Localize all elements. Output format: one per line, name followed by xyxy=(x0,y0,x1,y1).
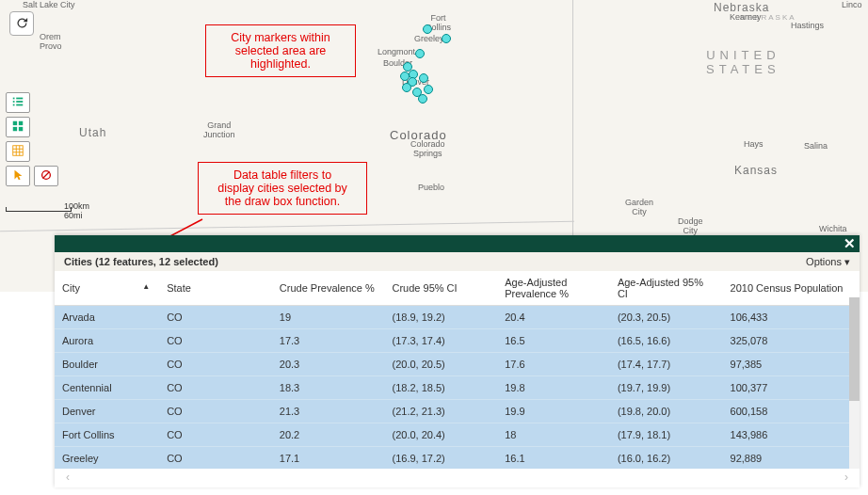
cell-adjci: (16.0, 16.2) xyxy=(610,447,723,470)
app-root: Utah Colorado Nebraska Kansas UNITED STA… xyxy=(0,0,868,495)
callout-markers: City markers within selected area are hi… xyxy=(205,24,356,77)
cell-state: CO xyxy=(159,423,272,447)
table-row[interactable]: GreeleyCO17.1(16.9, 17.2)16.1(16.0, 16.2… xyxy=(55,447,860,470)
vertical-scrollbar[interactable] xyxy=(849,297,860,469)
cell-adjci: (17.4, 17.7) xyxy=(610,353,723,376)
marker-fortcollins[interactable] xyxy=(423,24,432,34)
cell-crude: 20.2 xyxy=(272,423,385,447)
table-row[interactable]: BoulderCO20.3(20.0, 20.5)17.6(17.4, 17.7… xyxy=(55,353,860,376)
cell-adj: 19.9 xyxy=(497,400,610,423)
label-country: UNITED STATES xyxy=(706,48,780,76)
cell-city: Fort Collins xyxy=(55,423,159,447)
label-greeley: Greeley xyxy=(414,34,444,43)
table-row[interactable]: AuroraCO17.3(17.3, 17.4)16.5(16.5, 16.6)… xyxy=(55,329,860,353)
svg-rect-8 xyxy=(13,127,17,131)
col-header-crudeci[interactable]: Crude 95% CI xyxy=(385,271,498,306)
cell-crude: 17.3 xyxy=(272,329,385,353)
sort-asc-icon: ▲ xyxy=(142,282,150,291)
panel-header-bar: ✕ xyxy=(55,235,860,252)
clear-selection-button[interactable] xyxy=(34,166,58,186)
cell-adj: 19.8 xyxy=(497,376,610,400)
scroll-left-icon[interactable]: ‹ xyxy=(66,471,70,484)
cell-city: Arvada xyxy=(55,306,159,329)
svg-rect-5 xyxy=(16,104,23,106)
cell-pop: 97,385 xyxy=(723,353,860,376)
scale-bar: 100km 60mi xyxy=(6,205,72,232)
refresh-button[interactable] xyxy=(9,11,34,36)
legend-button[interactable] xyxy=(6,92,30,113)
scroll-right-icon[interactable]: › xyxy=(844,471,848,484)
svg-rect-7 xyxy=(19,121,23,125)
cell-city: Greeley xyxy=(55,447,159,470)
col-header-pop[interactable]: 2010 Census Population xyxy=(723,271,860,306)
cell-state: CO xyxy=(159,329,272,353)
cell-crudeci: (21.2, 21.3) xyxy=(385,400,498,423)
cell-adjci: (19.7, 19.9) xyxy=(610,376,723,400)
pointer-icon xyxy=(11,168,24,184)
marker-aurora[interactable] xyxy=(419,73,428,83)
clear-icon xyxy=(40,168,53,184)
header-city-label: City xyxy=(62,282,80,294)
options-label: Options xyxy=(806,256,842,267)
table-icon xyxy=(11,144,24,159)
col-header-adjci[interactable]: Age-Adjusted 95% CI xyxy=(610,271,723,306)
header-crudeci-label: Crude 95% CI xyxy=(393,282,458,294)
options-menu[interactable]: Options ▾ xyxy=(806,256,850,268)
marker-other1[interactable] xyxy=(424,85,433,94)
cell-crudeci: (18.2, 18.5) xyxy=(385,376,498,400)
col-header-state[interactable]: State xyxy=(159,271,272,306)
cell-pop: 600,158 xyxy=(723,400,860,423)
marker-longmont[interactable] xyxy=(415,49,425,58)
col-header-city[interactable]: City▲ xyxy=(55,271,159,306)
label-kansas: Kansas xyxy=(734,164,778,177)
svg-rect-4 xyxy=(13,104,15,106)
header-pop-label: 2010 Census Population xyxy=(731,282,844,294)
label-gardencity: GardenCity xyxy=(625,198,653,216)
horizontal-scrollbar[interactable]: ‹ › xyxy=(55,469,860,486)
select-button[interactable] xyxy=(6,166,30,186)
table-row[interactable]: CentennialCO18.3(18.2, 18.5)19.8(19.7, 1… xyxy=(55,376,860,400)
cell-state: CO xyxy=(159,306,272,329)
cell-pop: 106,433 xyxy=(723,306,860,329)
label-dodgecity: DodgeCity xyxy=(678,216,703,235)
label-cosprings: ColoradoSprings xyxy=(410,139,445,158)
col-header-adj[interactable]: Age-Adjusted Prevalence % xyxy=(497,271,610,306)
cell-city: Denver xyxy=(55,400,159,423)
header-adj-label: Age-Adjusted Prevalence % xyxy=(505,277,569,299)
close-button[interactable]: ✕ xyxy=(844,235,856,252)
marker-other2[interactable] xyxy=(418,94,427,104)
map-toolbar xyxy=(6,92,58,186)
table-button[interactable] xyxy=(6,141,30,162)
cell-city: Aurora xyxy=(55,329,159,353)
scrollbar-thumb[interactable] xyxy=(849,297,860,401)
cell-adj: 20.4 xyxy=(497,306,610,329)
label-orem: Orem xyxy=(40,32,61,41)
cell-city: Centennial xyxy=(55,376,159,400)
svg-rect-0 xyxy=(13,98,15,100)
label-lincoln: Linco xyxy=(842,0,862,9)
table-row[interactable]: DenverCO21.3(21.2, 21.3)19.9(19.8, 20.0)… xyxy=(55,400,860,423)
cell-adj: 17.6 xyxy=(497,353,610,376)
cell-crude: 21.3 xyxy=(272,400,385,423)
marker-lakewood[interactable] xyxy=(402,83,411,92)
marker-greeley[interactable] xyxy=(442,34,451,43)
grid-button[interactable] xyxy=(6,117,30,137)
svg-rect-1 xyxy=(16,98,23,100)
table-row[interactable]: ArvadaCO19(18.9, 19.2)20.4(20.3, 20.5)10… xyxy=(55,306,860,329)
refresh-icon xyxy=(15,16,29,32)
cell-adj: 18 xyxy=(497,423,610,447)
label-kearney: Kearney xyxy=(730,12,762,22)
cell-adjci: (19.8, 20.0) xyxy=(610,400,723,423)
cell-adjci: (20.3, 20.5) xyxy=(610,306,723,329)
chevron-down-icon: ▾ xyxy=(844,256,850,268)
col-header-crude[interactable]: Crude Prevalence % xyxy=(272,271,385,306)
cell-crude: 20.3 xyxy=(272,353,385,376)
table-row[interactable]: Fort CollinsCO20.2(20.0, 20.4)18(17.9, 1… xyxy=(55,423,860,447)
cell-crudeci: (17.3, 17.4) xyxy=(385,329,498,353)
svg-rect-2 xyxy=(13,101,15,103)
grid-icon xyxy=(11,120,24,135)
label-hays: Hays xyxy=(744,139,764,149)
cell-crude: 17.1 xyxy=(272,447,385,470)
road xyxy=(0,221,574,232)
cell-crudeci: (20.0, 20.5) xyxy=(385,353,498,376)
